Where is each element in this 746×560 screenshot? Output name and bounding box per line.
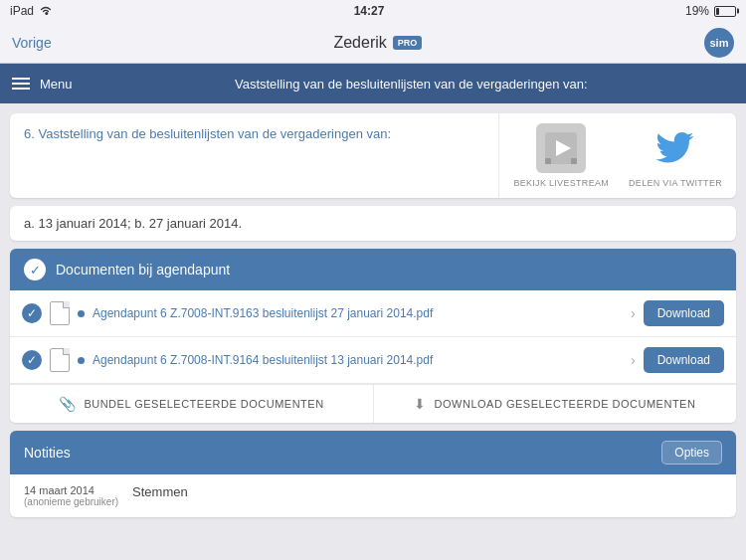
menu-label[interactable]: Menu [40,77,73,92]
date-card: a. 13 januari 2014; b. 27 januari 2014. [10,206,736,241]
download-all-button[interactable]: ⬇ DOWNLOAD GESELECTEERDE DOCUMENTEN [374,385,737,423]
svg-rect-2 [545,158,551,164]
hamburger-line [12,78,30,80]
top-card: 6. Vaststelling van de besluitenlijsten … [10,113,736,198]
doc-check-icon[interactable]: ✓ [22,350,42,370]
twitter-label: DELEN VIA TWITTER [629,178,722,188]
nav-title: Zederik PRO [333,34,422,52]
download-button-2[interactable]: Download [644,347,724,373]
documents-header: ✓ Documenten bij agendapunt [10,249,736,290]
bundle-button[interactable]: 📎 BUNDEL GESELECTEERDE DOCUMENTEN [10,385,374,423]
back-button[interactable]: Vorige [12,35,52,51]
livestream-label: BEKIJK LIVESTREAM [513,178,609,188]
download-button-1[interactable]: Download [644,300,724,326]
menu-bar: Menu Vaststelling van de besluitenlijste… [0,64,746,103]
action-buttons-row: 📎 BUNDEL GESELECTEERDE DOCUMENTEN ⬇ DOWN… [10,384,736,423]
device-label: iPad [10,4,34,18]
status-bar: iPad 14:27 19% [0,0,746,22]
download-icon: ⬇ [414,396,427,412]
pro-badge: PRO [393,36,423,50]
doc-chevron-icon: › [631,352,636,368]
livestream-button[interactable]: BEKIJK LIVESTREAM [513,123,609,188]
doc-file-icon [50,301,70,325]
notitie-user: (anonieme gebruiker) [24,496,118,507]
bundle-btn-label: BUNDEL GESELECTEERDE DOCUMENTEN [84,398,323,410]
notitie-text: Stemmen [132,484,188,507]
date-text: a. 13 januari 2014; b. 27 januari 2014. [24,216,242,231]
notitie-date: 14 maart 2014 [24,484,118,496]
content-area: 6. Vaststelling van de besluitenlijsten … [0,103,746,527]
doc-dot-icon [78,357,85,364]
document-row: ✓ Agendapunt 6 Z.7008-INT.9163 besluiten… [10,290,736,337]
status-left: iPad [10,4,53,18]
doc-name: Agendapunt 6 Z.7008-INT.9163 besluitenli… [93,306,623,320]
hamburger-line [12,83,30,85]
nav-bar: Vorige Zederik PRO sim [0,22,746,64]
documents-check-icon: ✓ [24,259,46,280]
notitie-date-block: 14 maart 2014 (anonieme gebruiker) [24,484,118,507]
opties-button[interactable]: Opties [661,441,722,465]
doc-check-icon[interactable]: ✓ [22,303,42,323]
top-card-actions: BEKIJK LIVESTREAM DELEN VIA TWITTER [498,113,736,198]
notities-section: Notities Opties 14 maart 2014 (anonieme … [10,431,736,517]
svg-rect-3 [571,158,577,164]
document-row: ✓ Agendapunt 6 Z.7008-INT.9164 besluiten… [10,337,736,384]
download-btn-label: DOWNLOAD GESELECTEERDE DOCUMENTEN [435,398,696,410]
documents-section: ✓ Documenten bij agendapunt ✓ Agendapunt… [10,249,736,423]
play-icon [536,123,586,173]
paperclip-icon: 📎 [59,396,77,412]
status-time: 14:27 [354,4,385,18]
doc-name: Agendapunt 6 Z.7008-INT.9164 besluitenli… [93,353,623,367]
hamburger-menu-button[interactable] [12,78,30,90]
wifi-icon [39,4,53,18]
twitter-button[interactable]: DELEN VIA TWITTER [629,123,722,188]
status-right: 19% [685,4,736,18]
menu-title: Vaststelling van de besluitenlijsten van… [89,77,734,92]
doc-file-icon [50,348,70,372]
documents-header-title: Documenten bij agendapunt [56,262,230,278]
notities-header: Notities Opties [10,431,736,474]
nav-title-text: Zederik [333,34,386,52]
hamburger-line [12,88,30,90]
doc-chevron-icon: › [631,305,636,321]
twitter-icon [651,123,700,173]
notities-title: Notities [24,445,71,461]
battery-percent: 19% [685,4,709,18]
notitie-row: 14 maart 2014 (anonieme gebruiker) Stemm… [10,474,736,517]
top-card-description: 6. Vaststelling van de besluitenlijsten … [10,113,498,198]
avatar[interactable]: sim [704,28,734,58]
doc-dot-icon [78,310,85,317]
battery-icon [714,6,736,17]
